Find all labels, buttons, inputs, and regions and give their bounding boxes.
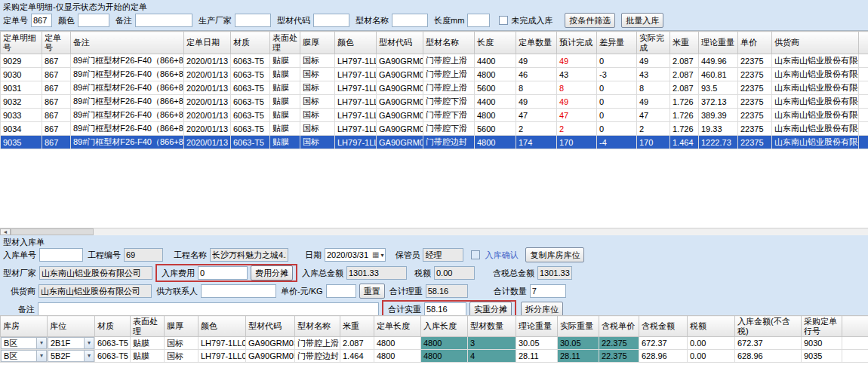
reset-button[interactable]: 重置	[359, 284, 385, 299]
column-header[interactable]: 定单明细号	[1, 32, 42, 54]
inbound-remark-input[interactable]	[38, 302, 379, 316]
column-header[interactable]: 含税金额	[639, 316, 688, 337]
actual-weight-share-button[interactable]: 实重分摊	[469, 302, 512, 317]
profile-name-input[interactable]	[392, 14, 428, 27]
table-row[interactable]: 903086789#门框型材F26-F40（866+867）2020/01/13…	[1, 68, 868, 81]
column-header[interactable]: 膜厚	[300, 32, 335, 54]
warehouse-select[interactable]: B区▾	[1, 350, 47, 362]
chevron-down-icon[interactable]: ▾	[84, 351, 94, 361]
unit-price-input[interactable]	[326, 284, 356, 298]
column-header[interactable]: 膜厚	[165, 316, 199, 337]
location-select[interactable]: 2B1F▾	[48, 337, 94, 349]
color-input[interactable]	[78, 14, 109, 27]
table-row[interactable]: B区▾2B1F▾6063-T5贴膜国标LH797-1LL0GA90GRM03门带…	[1, 337, 868, 350]
keeper-input[interactable]	[423, 248, 463, 262]
column-header[interactable]: 型材名称	[295, 316, 340, 337]
date-input[interactable]	[327, 250, 371, 260]
fee-share-button[interactable]: 费用分摊	[251, 265, 293, 281]
column-header[interactable]: 税额	[688, 316, 735, 337]
column-header[interactable]: 型材代码	[377, 32, 423, 54]
column-header[interactable]: 型材名称	[423, 32, 475, 54]
calendar-icon[interactable]: ▦	[372, 251, 379, 259]
table-row[interactable]: 903486789#门框型材F26-F40（866+867）2020/01/13…	[1, 122, 868, 136]
column-header[interactable]: 实际重量	[558, 316, 599, 337]
tax-amount-input[interactable]	[434, 266, 475, 280]
column-header[interactable]: 定单长度	[374, 316, 421, 337]
supplier-input[interactable]	[38, 284, 152, 298]
total-quantity-input[interactable]	[530, 284, 566, 298]
total-actual-weight-input[interactable]	[424, 302, 466, 316]
manufacturer-input[interactable]	[235, 14, 271, 27]
column-header[interactable]: 理论重量	[699, 32, 738, 54]
remark-input[interactable]	[135, 14, 192, 27]
order-no-input[interactable]	[31, 14, 52, 27]
chevron-down-icon[interactable]: ▾	[380, 252, 383, 259]
profile-code-input[interactable]	[313, 14, 349, 27]
table-row[interactable]: 903386789#门框型材F26-F40（866+867）2020/01/13…	[1, 109, 868, 122]
table-row[interactable]: 902986789#门框型材F26-F40（866+867）2020/01/13…	[1, 54, 868, 68]
chevron-down-icon[interactable]: ▾	[84, 338, 94, 348]
column-header[interactable]: 定单日期	[184, 32, 231, 54]
date-picker[interactable]: ▦ ▾	[325, 248, 386, 262]
chevron-down-icon[interactable]: ▾	[36, 338, 46, 348]
column-header[interactable]: 定单数量	[516, 32, 557, 54]
inbound-confirm-checkbox[interactable]	[471, 250, 480, 259]
column-header[interactable]: 库位	[48, 316, 95, 337]
table-row[interactable]: 903286789#门框型材F26-F40（866+867）2020/01/13…	[1, 95, 868, 109]
column-header[interactable]: 米重	[340, 316, 374, 337]
receipt-no-input[interactable]	[39, 248, 83, 262]
column-header[interactable]: 供货商	[772, 32, 859, 54]
scrollbar-thumb[interactable]	[11, 228, 94, 235]
copy-location-button[interactable]: 复制库房库位	[525, 247, 584, 262]
split-location-button[interactable]: 拆分库位	[521, 302, 563, 317]
cell: 2.087	[340, 337, 374, 350]
inbound-fee-input[interactable]	[198, 266, 248, 280]
column-header[interactable]: 预计完成	[557, 32, 597, 54]
cell: 89#门框型材F26-F40（866+867）	[71, 109, 184, 122]
cell: 4800	[421, 337, 468, 350]
column-header[interactable]: 长度	[475, 32, 516, 54]
project-no-input[interactable]	[124, 248, 163, 262]
table-row[interactable]: B区▾5B2F▾6063-T5贴膜国标LH797-1LL0GA90GRM05门带…	[1, 350, 868, 363]
chevron-down-icon[interactable]: ▾	[36, 351, 46, 361]
location-select[interactable]: 5B2F▾	[48, 350, 94, 362]
column-header[interactable]: 材质	[95, 316, 131, 337]
column-header[interactable]: 表面处理	[270, 32, 300, 54]
column-header[interactable]: 材质	[231, 32, 270, 54]
length-input[interactable]	[467, 14, 490, 27]
warehouse-select[interactable]: B区▾	[1, 337, 47, 349]
filter-button[interactable]: 按条件筛选	[565, 13, 615, 28]
supplier-contact-input[interactable]	[201, 284, 276, 298]
column-header[interactable]: 实际完成	[637, 32, 670, 54]
unfinished-checkbox[interactable]	[499, 16, 508, 25]
column-header[interactable]: 备注	[71, 32, 184, 54]
column-header[interactable]: 颜色	[335, 32, 377, 54]
column-header[interactable]: 定单号	[42, 32, 71, 54]
column-header[interactable]: 入库金额(不含税)	[735, 316, 802, 337]
column-header[interactable]: 差异量	[597, 32, 637, 54]
column-header[interactable]: 型材数量	[468, 316, 516, 337]
scroll-left-icon[interactable]: ◄	[0, 228, 11, 235]
column-header[interactable]: 单价	[738, 32, 772, 54]
column-header[interactable]: 型材代码	[246, 316, 295, 337]
column-header[interactable]: 入库长度	[421, 316, 468, 337]
cell: 30.05	[516, 337, 558, 350]
batch-inbound-button[interactable]: 批量入库	[621, 13, 663, 28]
cell: 6063-T5	[231, 81, 270, 95]
column-header[interactable]: 库房	[1, 316, 48, 337]
project-name-input[interactable]	[210, 248, 288, 262]
total-with-tax-input[interactable]	[537, 266, 572, 280]
column-header[interactable]: 含税单价	[599, 316, 639, 337]
column-header[interactable]: 理论重量	[516, 316, 558, 337]
cell: 6063-T5	[231, 95, 270, 109]
profile-manufacturer-input[interactable]	[39, 266, 152, 280]
table-row[interactable]: 903186789#门框型材F26-F40（866+867）2020/01/13…	[1, 81, 868, 95]
total-amount-input[interactable]	[346, 266, 407, 280]
column-header[interactable]: 米重	[670, 32, 699, 54]
total-theoretical-weight-input[interactable]	[426, 284, 468, 298]
horizontal-scrollbar[interactable]: ◄	[0, 228, 868, 235]
table-row[interactable]: 903586789#门框型材F26-F40（866+867）2020/01/13…	[1, 136, 868, 149]
column-header[interactable]: 表面处理	[131, 316, 165, 337]
column-header[interactable]: 采购定单行号	[802, 316, 842, 337]
column-header[interactable]: 颜色	[199, 316, 246, 337]
